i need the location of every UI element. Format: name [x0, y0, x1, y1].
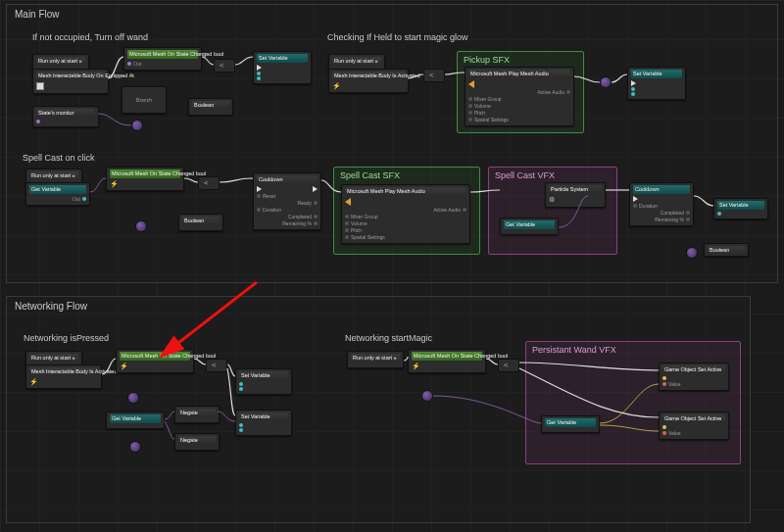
- document-icon: [36, 82, 44, 90]
- reroute-node-c1[interactable]: [135, 220, 147, 232]
- node-particle-system[interactable]: Particle System ⚙: [545, 182, 606, 208]
- node-is-activated-b[interactable]: Mesh Interactable Body Is Activated ⚡: [328, 69, 409, 93]
- node-set-variable-n2[interactable]: Set Variable: [235, 410, 292, 436]
- reroute-node-m1[interactable]: [421, 390, 433, 402]
- node-title: Negate: [178, 409, 216, 417]
- node-boolean-a[interactable]: Boolean: [188, 98, 233, 116]
- node-get-variable-m1[interactable]: Get Variable: [541, 415, 600, 433]
- comment-net-ispressed: Networking isPressed: [24, 333, 109, 343]
- gear-icon: ⚙: [549, 196, 555, 204]
- comment-turn-off-wand: If not occupied, Turn off wand: [32, 32, 148, 42]
- node-title: Game Object Set Active: [662, 414, 725, 423]
- node-title: Get Variable: [29, 185, 86, 194]
- node-title: Microsoft Mesh Play Mesh Audio: [468, 70, 570, 78]
- node-set-active-1[interactable]: Game Object Set Active Value: [659, 363, 729, 391]
- node-split-m[interactable]: <: [498, 359, 519, 372]
- comment-checking-held: Checking If Held to start magic glow: [327, 32, 468, 42]
- node-title: Run only at start »: [29, 354, 78, 363]
- node-title: Cooldown: [633, 185, 690, 194]
- bolt-icon: ⚡: [29, 378, 38, 385]
- reroute-node-b1[interactable]: [600, 76, 612, 88]
- node-title: Microsoft Mesh On State Changed bool: [120, 352, 190, 361]
- node-title: Mesh Interactable Body Is Activated: [29, 367, 98, 376]
- node-set-variable-b[interactable]: Set Variable: [627, 67, 686, 100]
- node-title: Run only at start »: [332, 57, 381, 66]
- group-title: Spell Cast VFX: [495, 170, 555, 180]
- node-title: Get Variable: [504, 220, 555, 229]
- node-title: Boolean: [182, 217, 220, 225]
- node-run-start-m1[interactable]: Run only at start »: [347, 351, 404, 368]
- bolt-icon: ⚡: [110, 180, 119, 187]
- node-title: Particle System: [549, 185, 602, 194]
- node-get-variable-c1[interactable]: Get Variable Out: [25, 182, 90, 206]
- node-negate-2[interactable]: Negate: [174, 433, 220, 451]
- group-title: Pickup SFX: [464, 55, 510, 65]
- node-play-audio-pickup[interactable]: Microsoft Mesh Play Mesh Audio Active Au…: [465, 67, 574, 126]
- node-get-variable-n1[interactable]: Get Variable: [106, 411, 165, 429]
- node-title: Microsoft Mesh On State Changed bool: [127, 50, 198, 59]
- node-title: Set Variable: [239, 412, 288, 421]
- node-title: Game Object Set Active: [662, 365, 725, 374]
- speaker-icon: [345, 198, 351, 206]
- node-title: Microsoft Mesh On State Changed bool: [412, 352, 482, 361]
- node-on-state-change-a[interactable]: Microsoft Mesh On State Changed bool Out: [123, 47, 202, 71]
- node-title: Set Variable: [239, 371, 288, 380]
- node-on-equipped[interactable]: Mesh Interactable Body On Equipped At: [32, 69, 109, 94]
- node-split-c[interactable]: <: [198, 176, 220, 190]
- section-main-label: Main Flow: [15, 9, 60, 20]
- graph-canvas[interactable]: Main Flow If not occupied, Turn off wand…: [0, 0, 784, 532]
- bolt-icon: ⚡: [332, 82, 341, 89]
- node-title: Microsoft Mesh Play Mesh Audio: [345, 187, 466, 196]
- speaker-icon: [468, 80, 474, 88]
- node-title: Run only at start »: [36, 57, 85, 66]
- group-spell-cast-vfx[interactable]: Spell Cast VFX: [488, 167, 617, 255]
- node-on-state-change-c[interactable]: Microsoft Mesh On State Changed bool ⚡: [106, 167, 184, 191]
- bolt-icon: ⚡: [120, 363, 128, 369]
- node-title: Microsoft Mesh On State Changed bool: [110, 169, 180, 178]
- node-title: Set Variable: [631, 70, 682, 78]
- node-title: Run only at start »: [351, 354, 400, 363]
- node-title: Cooldown: [257, 175, 318, 184]
- node-negate-1[interactable]: Negate: [174, 406, 220, 423]
- node-boolean-c[interactable]: Boolean: [178, 214, 223, 231]
- node-title: Set Variable: [717, 201, 764, 210]
- node-title: Boolean: [708, 246, 745, 255]
- comment-spell-cast: Spell Cast on click: [23, 153, 95, 163]
- node-on-state-change-m[interactable]: Microsoft Mesh On State Changed bool ⚡: [408, 349, 486, 373]
- group-title: Persistant Wand VFX: [532, 345, 616, 355]
- node-set-active-2[interactable]: Game Object Set Active Value: [659, 411, 729, 440]
- comment-net-startmagic: Networking startMagic: [345, 333, 432, 343]
- node-state-monitor[interactable]: State's monitor: [32, 106, 99, 127]
- reroute-node-end[interactable]: [686, 247, 698, 259]
- node-title: Run only at start »: [29, 171, 78, 180]
- group-title: Spell Cast SFX: [340, 170, 400, 180]
- reroute-node-a1[interactable]: [131, 120, 143, 131]
- node-get-variable-vfx[interactable]: Get Variable: [500, 218, 559, 235]
- bolt-icon: ⚡: [412, 363, 420, 369]
- node-set-variable-a[interactable]: Set Variable: [253, 51, 312, 84]
- node-is-activated-n[interactable]: Mesh Interactable Body Is Activated ⚡: [25, 364, 102, 389]
- group-persist-vfx[interactable]: Persistant Wand VFX: [525, 341, 741, 464]
- section-net-label: Networking Flow: [15, 301, 87, 312]
- node-branch-small-a[interactable]: Branch: [122, 86, 167, 114]
- reroute-node-n1[interactable]: [127, 392, 139, 404]
- node-set-variable-end[interactable]: Set Variable: [713, 198, 768, 219]
- node-title: Get Variable: [110, 414, 161, 423]
- node-title: Mesh Interactable Body On Equipped At: [36, 72, 105, 80]
- node-title: Set Variable: [257, 54, 308, 63]
- node-split-a[interactable]: <: [214, 59, 235, 73]
- node-cooldown-1[interactable]: Cooldown Reset Ready Duration Completed …: [253, 172, 321, 230]
- node-title: State's monitor: [36, 109, 95, 118]
- node-title: Mesh Interactable Body Is Activated: [332, 72, 405, 80]
- node-title: Negate: [178, 436, 216, 445]
- node-on-state-change-n[interactable]: Microsoft Mesh On State Changed bool ⚡: [116, 349, 194, 373]
- node-play-audio-cast[interactable]: Microsoft Mesh Play Mesh Audio Active Au…: [341, 184, 470, 244]
- node-cooldown-2[interactable]: Cooldown Duration Completed Remaining %: [629, 182, 694, 226]
- node-title: Get Variable: [545, 418, 596, 427]
- node-set-variable-n1[interactable]: Set Variable: [235, 368, 292, 395]
- reroute-node-n2[interactable]: [129, 441, 141, 453]
- node-title: Boolean: [192, 101, 229, 110]
- node-boolean-end[interactable]: Boolean: [704, 243, 749, 257]
- node-split-b[interactable]: <: [423, 69, 445, 82]
- node-split-n[interactable]: <: [206, 359, 227, 372]
